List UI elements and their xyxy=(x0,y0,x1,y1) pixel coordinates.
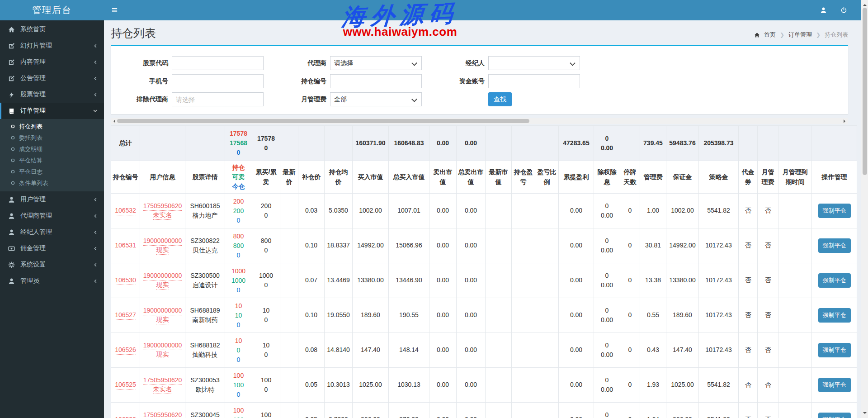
sidebar-item[interactable]: 系统首页 xyxy=(0,21,104,38)
horizontal-scrollbar-thumb[interactable] xyxy=(117,119,529,123)
table-cell: 106526 xyxy=(111,333,140,368)
totals-cell xyxy=(486,126,512,161)
chevron-left-icon xyxy=(93,60,98,65)
vertical-scrollbar-thumb[interactable] xyxy=(863,8,867,175)
position-id-link[interactable]: 106531 xyxy=(115,241,136,250)
table-cell xyxy=(778,194,812,228)
user-name-link[interactable]: 现实 xyxy=(156,246,169,255)
scroll-up-arrow-icon[interactable] xyxy=(863,2,867,6)
sidebar-item[interactable]: 订单管理 xyxy=(0,103,104,119)
table-cell: 0.00 xyxy=(457,228,486,263)
totals-cell: 17578175680 xyxy=(225,126,252,161)
sidebar-subitem[interactable]: 条件单列表 xyxy=(0,177,104,189)
table-cell xyxy=(512,333,535,368)
broker-select[interactable] xyxy=(488,56,580,70)
sidebar-item[interactable]: 股票管理 xyxy=(0,86,104,103)
user-phone-link[interactable]: 17505950620 xyxy=(143,411,182,418)
sidebar-subitem[interactable]: 委托列表 xyxy=(0,132,104,143)
power-icon[interactable] xyxy=(840,7,847,14)
table-cell: 否 xyxy=(739,368,758,403)
sidebar-item[interactable]: 用户管理 xyxy=(0,191,104,208)
stock-code-input[interactable] xyxy=(172,56,264,70)
user-phone-link[interactable]: 19000000000 xyxy=(143,271,182,280)
exclude-agent-input[interactable] xyxy=(172,92,264,106)
totals-cell xyxy=(812,126,857,161)
scroll-left-arrow-icon[interactable] xyxy=(112,119,115,123)
search-panel: 股票代码 代理商 请选择 经纪人 手机号 持仓编号 资金账号 xyxy=(111,45,848,114)
vertical-scrollbar[interactable] xyxy=(861,0,868,418)
column-header: 月管理费 xyxy=(758,161,778,194)
table-cell: 2000 xyxy=(252,194,280,228)
table-cell: 0.00 xyxy=(457,263,486,298)
sidebar-subitem[interactable]: 平仓结算 xyxy=(0,155,104,166)
force-close-button[interactable]: 强制平仓 xyxy=(818,343,851,357)
horizontal-scrollbar[interactable] xyxy=(111,118,848,124)
table-cell: 19000000000现实 xyxy=(140,298,185,333)
user-phone-link[interactable]: 19000000000 xyxy=(143,306,182,315)
force-close-button[interactable]: 强制平仓 xyxy=(818,273,851,288)
phone-input[interactable] xyxy=(172,74,264,88)
sidebar-subitem[interactable]: 成交明细 xyxy=(0,143,104,155)
fund-account-input[interactable] xyxy=(488,74,580,88)
sidebar-item[interactable]: 代理商管理 xyxy=(0,208,104,224)
sidebar-item[interactable]: 经纪人管理 xyxy=(0,224,104,240)
breadcrumb-home[interactable]: 首页 xyxy=(764,31,776,39)
agent-select[interactable]: 请选择 xyxy=(330,56,422,70)
force-close-button[interactable]: 强制平仓 xyxy=(818,238,851,253)
user-phone-link[interactable]: 19000000000 xyxy=(143,341,182,350)
sidebar-toggle-icon[interactable] xyxy=(111,7,118,14)
force-close-button[interactable]: 强制平仓 xyxy=(818,204,851,218)
sidebar-item[interactable]: 管理员 xyxy=(0,273,104,289)
sidebar-item[interactable]: 佣金管理 xyxy=(0,240,104,256)
scroll-down-arrow-icon[interactable] xyxy=(863,412,867,416)
table-cell xyxy=(535,298,559,333)
user-name-link[interactable]: 现实 xyxy=(156,315,169,324)
user-name-link[interactable]: 现实 xyxy=(156,350,169,359)
position-no-input[interactable] xyxy=(330,74,422,88)
table-cell: 19000000000现实 xyxy=(140,263,185,298)
column-header: 除权除息 xyxy=(594,161,620,194)
app-logo[interactable]: 管理后台 xyxy=(0,0,104,20)
sidebar-item[interactable]: 公告管理 xyxy=(0,70,104,86)
sidebar-subitem[interactable]: 平仓日志 xyxy=(0,166,104,177)
position-id-link[interactable]: 106526 xyxy=(115,346,136,355)
totals-cell: 739.45 xyxy=(640,126,666,161)
table-cell: 13380.00 xyxy=(666,263,699,298)
breadcrumb-section[interactable]: 订单管理 xyxy=(788,31,812,39)
chevron-down-icon xyxy=(93,109,98,114)
table-cell xyxy=(778,368,812,403)
user-name-link[interactable]: 未实名 xyxy=(153,385,172,394)
search-button[interactable]: 查找 xyxy=(488,92,512,106)
sidebar-item[interactable]: 系统设置 xyxy=(0,256,104,273)
sidebar-subitem[interactable]: 持仓列表 xyxy=(0,121,104,132)
table-cell: 1002.00 xyxy=(353,194,389,228)
user-phone-link[interactable]: 19000000000 xyxy=(143,237,182,246)
table-cell: 0.43 xyxy=(640,333,666,368)
position-id-link[interactable]: 106525 xyxy=(115,380,136,390)
position-id-link[interactable]: 106530 xyxy=(115,276,136,285)
user-name-link[interactable]: 未实名 xyxy=(153,211,172,220)
sidebar-item[interactable]: 幻灯片管理 xyxy=(0,38,104,54)
user-menu-icon[interactable] xyxy=(820,7,827,14)
table-cell: 0.00 xyxy=(559,333,594,368)
force-close-button[interactable]: 强制平仓 xyxy=(818,378,851,392)
scroll-right-arrow-icon[interactable] xyxy=(844,119,847,123)
table-cell: 00.00 xyxy=(594,228,620,263)
sidebar-item-label: 系统设置 xyxy=(20,261,46,269)
money-icon xyxy=(8,245,20,252)
circle-o-icon xyxy=(11,136,15,140)
user-phone-link[interactable]: 17505950620 xyxy=(143,202,182,211)
monthly-fee-select[interactable]: 全部 xyxy=(330,92,422,106)
position-id-link[interactable]: 106527 xyxy=(115,311,136,320)
force-close-button[interactable]: 强制平仓 xyxy=(818,413,851,418)
table-cell: 强制平仓 xyxy=(812,333,857,368)
column-header: 总卖出市值 xyxy=(457,161,486,194)
position-id-link[interactable]: 106532 xyxy=(115,206,136,215)
force-close-button[interactable]: 强制平仓 xyxy=(818,308,851,323)
position-id-link[interactable]: 106522 xyxy=(115,415,136,418)
column-header: 操作管理 xyxy=(812,161,857,194)
table-cell xyxy=(512,403,535,418)
sidebar-item[interactable]: 内容管理 xyxy=(0,54,104,70)
user-phone-link[interactable]: 17505950620 xyxy=(143,376,182,385)
user-name-link[interactable]: 现实 xyxy=(156,280,169,290)
